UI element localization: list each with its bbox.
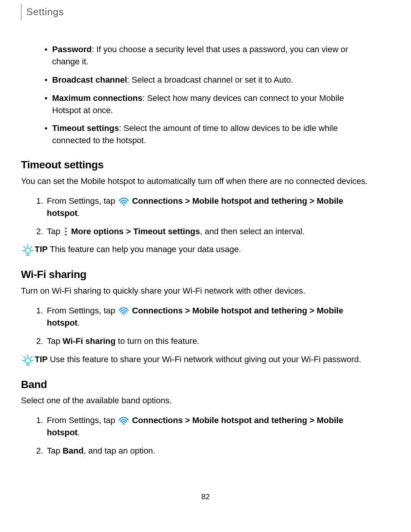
tip-icon-wrap [21,353,35,366]
step-item: Tap More options > Timeout settings, and… [36,225,390,238]
bullet-item: Timeout settings: Select the amount of t… [52,122,390,147]
step-bold: More options > Timeout settings [71,227,200,236]
tip-callout: TIP This feature can help you manage you… [21,243,390,256]
step-tail: . [78,208,80,218]
step-tail: . [78,318,80,328]
steps-list: From Settings, tap Connections > Mobile … [21,305,390,347]
section-para: Turn on Wi-Fi sharing to quickly share y… [21,285,390,297]
step-item: From Settings, tap Connections > Mobile … [36,414,390,439]
step-text: From Settings, tap [47,306,118,315]
step-bold: Band [63,446,84,455]
step-item: From Settings, tap Connections > Mobile … [36,305,390,329]
step-tail: . [78,428,80,437]
step-text: Tap [47,336,63,346]
tip-label: TIP [35,355,50,364]
step-item: Tap Wi-Fi sharing to turn on this featur… [36,335,390,347]
bullet-desc: : If you choose a security level that us… [52,45,348,66]
section-heading-timeout: Timeout settings [21,157,390,173]
section-heading-band: Band [21,377,390,393]
step-item: From Settings, tap Connections > Mobile … [36,195,390,219]
wifi-icon [118,305,130,316]
step-text: From Settings, tap [47,196,118,206]
bullet-item: Broadcast channel: Select a broadcast ch… [52,74,390,86]
wifi-icon [118,415,130,425]
bullet-item: Maximum connections: Select how many dev… [52,92,390,117]
page-header-title: Settings [26,5,64,19]
step-text: Tap [47,227,63,236]
step-item: Tap Band, and tap an option. [36,445,390,457]
bullet-term: Maximum connections [52,93,142,103]
section-para: You can set the Mobile hotspot to automa… [21,175,390,187]
page: Settings Password: If you choose a secur… [0,4,411,532]
bullet-term: Timeout settings [52,123,119,133]
page-header: Settings [21,4,390,21]
intro-bullet-list: Password: If you choose a security level… [21,43,390,147]
page-content: Password: If you choose a security level… [21,43,390,502]
bullet-desc: : Select a broadcast channel or set it t… [127,75,293,85]
step-bold: Wi-Fi sharing [63,336,116,346]
steps-list: From Settings, tap Connections > Mobile … [21,414,390,457]
tip-icon-wrap [21,243,35,256]
steps-list: From Settings, tap Connections > Mobile … [21,195,390,238]
tip-text: TIP Use this feature to share your Wi-Fi… [35,353,367,366]
step-text: From Settings, tap [47,415,118,425]
tip-body: This feature can help you manage your da… [50,244,241,254]
step-tail: , and tap an option. [84,446,155,455]
tip-callout: TIP Use this feature to share your Wi-Fi… [21,353,390,366]
section-heading-wifisharing: Wi-Fi sharing [21,267,390,283]
tip-label: TIP [35,244,50,254]
section-para: Select one of the available band options… [21,395,390,407]
step-tail: to turn on this feature. [116,336,199,346]
tip-text: TIP This feature can help you manage you… [35,243,367,256]
step-tail: , and then select an interval. [200,227,305,236]
wifi-icon [118,195,130,206]
lightbulb-icon [22,354,34,366]
page-number: 82 [21,491,390,502]
lightbulb-icon [22,244,34,256]
bullet-term: Broadcast channel [52,75,127,85]
more-options-icon [64,227,68,236]
tip-body: Use this feature to share your Wi-Fi net… [50,355,361,364]
bullet-item: Password: If you choose a security level… [52,43,390,68]
step-text: Tap [47,446,63,455]
bullet-term: Password [52,45,92,54]
